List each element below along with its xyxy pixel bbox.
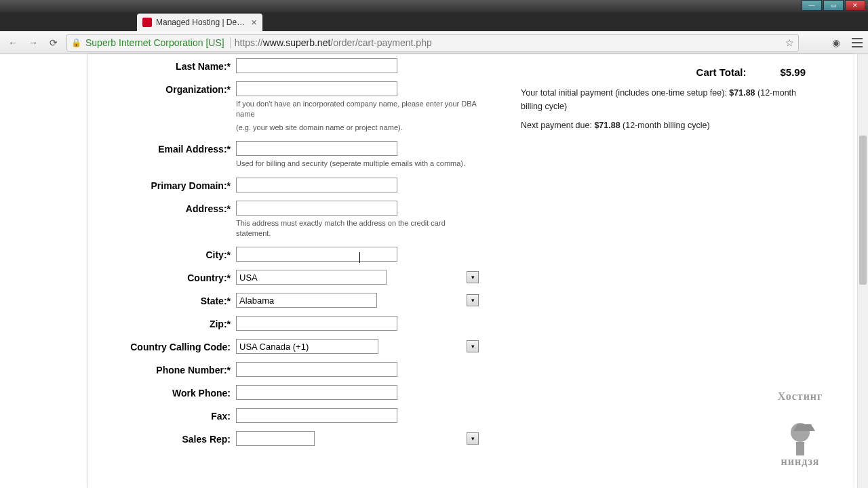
email-help: Used for billing and security (seperate … (236, 159, 480, 169)
billing-form: Last Name:* Organization:* If you don't … (88, 54, 500, 450)
organization-help-1: If you don't have an incorporated compan… (236, 99, 480, 120)
country-value[interactable] (236, 270, 387, 285)
ccc-value[interactable] (236, 339, 378, 354)
work-phone-input[interactable] (236, 385, 397, 400)
forward-button[interactable]: → (26, 35, 41, 50)
primary-domain-label: Primary Domain:* (100, 178, 236, 191)
browser-tabstrip: Managed Hosting | Dedic ✕ (0, 12, 868, 31)
cart-total-label: Cart Total: (696, 66, 747, 78)
ssl-org-label: Superb Internet Corporation [US] (85, 37, 231, 48)
last-name-input[interactable] (236, 58, 397, 73)
email-label: Email Address:* (100, 141, 236, 155)
scrollbar-thumb[interactable] (859, 136, 867, 285)
bookmark-star-icon[interactable]: ☆ (785, 37, 794, 48)
country-label: Country:* (100, 270, 236, 283)
address-help: This address must exactly match the addr… (236, 218, 480, 239)
fax-input[interactable] (236, 408, 397, 423)
phone-input[interactable] (236, 362, 397, 377)
country-select[interactable]: ▾ (236, 270, 480, 285)
url-text: https://www.superb.net/order/cart-paymen… (235, 37, 781, 48)
hamburger-menu-icon[interactable] (852, 38, 863, 47)
initial-payment-text: Your total initial payment (includes one… (521, 86, 806, 113)
tab-close-icon[interactable]: ✕ (251, 18, 257, 27)
ccc-label: Country Calling Code: (100, 339, 236, 352)
os-titlebar: — ▭ ✕ (0, 0, 868, 12)
page-viewport: Last Name:* Organization:* If you don't … (0, 54, 868, 488)
window-maximize-button[interactable]: ▭ (823, 0, 844, 11)
primary-domain-input[interactable] (236, 178, 397, 192)
fax-label: Fax: (100, 408, 236, 422)
vertical-scrollbar[interactable] (857, 54, 868, 488)
zip-input[interactable] (236, 316, 397, 331)
browser-toolbar: ← → ⟳ 🔒 Superb Internet Corporation [US]… (0, 31, 868, 54)
zip-label: Zip:* (100, 316, 236, 329)
address-label: Address:* (100, 201, 236, 214)
dropdown-arrow-icon[interactable]: ▾ (467, 294, 479, 306)
sales-rep-select[interactable]: ▾ (236, 431, 480, 446)
user-icon[interactable]: ◉ (829, 35, 844, 50)
window-controls: — ▭ ✕ (802, 0, 865, 11)
ccc-select[interactable]: ▾ (236, 339, 480, 354)
organization-label: Organization:* (100, 81, 236, 95)
phone-label: Phone Number:* (100, 362, 236, 375)
city-label: City:* (100, 247, 236, 260)
page-card: Last Name:* Organization:* If you don't … (88, 54, 853, 488)
email-input[interactable] (236, 141, 397, 156)
back-button[interactable]: ← (5, 35, 20, 50)
last-name-label: Last Name:* (100, 58, 236, 72)
next-payment-text: Next payment due: $71.88 (12-month billi… (521, 119, 806, 132)
sales-rep-label: Sales Rep: (100, 431, 236, 445)
organization-input[interactable] (236, 81, 397, 96)
browser-tab-active[interactable]: Managed Hosting | Dedic ✕ (137, 14, 262, 31)
work-phone-label: Work Phone: (100, 385, 236, 399)
tab-title: Managed Hosting | Dedic (156, 18, 247, 27)
dropdown-arrow-icon[interactable]: ▾ (467, 432, 479, 445)
state-select[interactable]: ▾ (236, 293, 480, 308)
browser-tab-inactive[interactable] (9, 14, 135, 31)
organization-help-2: (e.g. your web site domain name or proje… (236, 123, 480, 133)
window-minimize-button[interactable]: — (802, 0, 822, 11)
window-close-button[interactable]: ✕ (845, 0, 865, 11)
tab-favicon (142, 18, 152, 27)
order-summary: Cart Total: $5.99 Your total initial pay… (500, 54, 826, 450)
address-bar[interactable]: 🔒 Superb Internet Corporation [US] https… (66, 34, 799, 52)
cart-total-amount: $5.99 (780, 66, 806, 78)
state-label: State:* (100, 293, 236, 306)
state-value[interactable] (236, 293, 377, 308)
reload-button[interactable]: ⟳ (46, 35, 61, 50)
dropdown-arrow-icon[interactable]: ▾ (467, 340, 479, 352)
city-input[interactable] (236, 247, 397, 262)
text-caret (359, 252, 360, 263)
sales-rep-value[interactable] (236, 431, 315, 446)
address-input[interactable] (236, 201, 397, 216)
dropdown-arrow-icon[interactable]: ▾ (467, 271, 479, 283)
lock-icon: 🔒 (71, 38, 81, 47)
